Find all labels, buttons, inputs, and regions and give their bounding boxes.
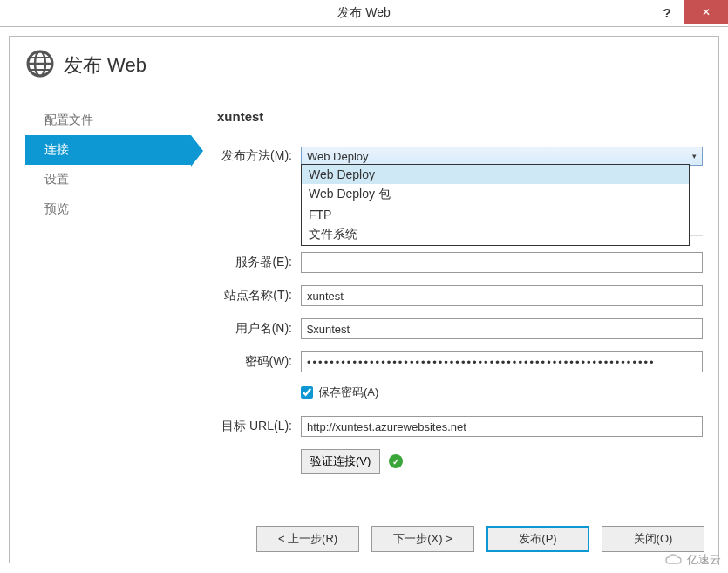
dropdown-option-filesystem[interactable]: 文件系统 [302, 224, 689, 245]
site-name-input[interactable] [301, 285, 703, 306]
prev-button[interactable]: < 上一步(R) [256, 526, 359, 552]
dropdown-option-web-deploy[interactable]: Web Deploy [302, 165, 689, 184]
close-button[interactable]: 关闭(O) [602, 526, 704, 552]
dropdown-option-web-deploy-package[interactable]: Web Deploy 包 [302, 184, 689, 205]
wizard-nav: 配置文件 连接 设置 预览 [25, 106, 191, 474]
next-button[interactable]: 下一步(X) > [371, 526, 474, 552]
globe-icon [25, 49, 55, 81]
save-password-checkbox[interactable] [301, 386, 313, 399]
server-label: 服务器(E): [217, 255, 301, 270]
password-label: 密码(W): [217, 354, 301, 370]
username-input[interactable] [301, 318, 703, 339]
destination-url-input[interactable] [301, 416, 703, 437]
help-button[interactable]: ? [650, 0, 684, 24]
success-check-icon: ✓ [389, 454, 403, 468]
site-name-label: 站点名称(T): [217, 288, 301, 304]
nav-item-settings[interactable]: 设置 [25, 165, 191, 194]
dialog-header: 发布 Web [25, 49, 703, 81]
nav-item-preview[interactable]: 预览 [25, 194, 191, 224]
password-input[interactable] [301, 351, 703, 372]
publish-method-value: Web Deploy [307, 150, 369, 163]
nav-item-connection[interactable]: 连接 [25, 135, 191, 165]
save-password-label: 保存密码(A) [318, 385, 378, 400]
publish-method-dropdown: Web Deploy Web Deploy 包 FTP 文件系统 [301, 164, 690, 246]
publish-button[interactable]: 发布(P) [486, 526, 589, 552]
watermark-text: 亿速云 [687, 552, 721, 568]
title-bar: 发布 Web ? ✕ [0, 0, 728, 27]
publish-method-select[interactable]: Web Deploy ▾ [301, 147, 703, 166]
watermark: 亿速云 [664, 552, 721, 568]
profile-name: xuntest [217, 109, 703, 124]
validate-connection-button[interactable]: 验证连接(V) [301, 449, 380, 474]
server-input[interactable] [301, 252, 703, 273]
chevron-down-icon: ▾ [692, 152, 697, 160]
close-window-button[interactable]: ✕ [684, 0, 728, 24]
publish-method-label: 发布方法(M): [217, 148, 301, 164]
dialog-title: 发布 Web [64, 52, 146, 78]
dropdown-option-ftp[interactable]: FTP [302, 205, 689, 224]
username-label: 用户名(N): [217, 321, 301, 337]
close-icon: ✕ [702, 6, 711, 18]
nav-item-profile[interactable]: 配置文件 [25, 106, 191, 135]
destination-url-label: 目标 URL(L): [217, 419, 301, 434]
title-bar-text: 发布 Web [337, 5, 390, 21]
